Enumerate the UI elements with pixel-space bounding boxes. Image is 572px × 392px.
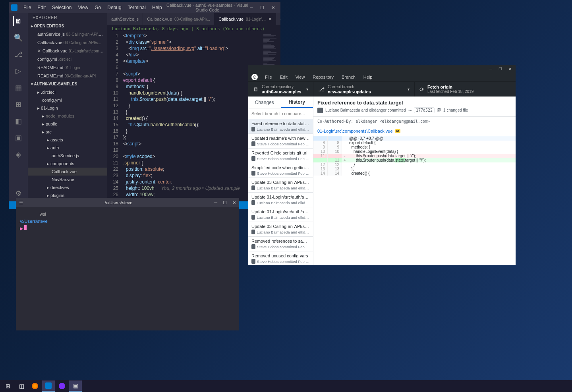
gitlens-blame: Luciano Balmaceda, 8 days ago | 3 author… [107, 25, 280, 33]
menu-view[interactable]: View [75, 3, 91, 12]
task-view-icon[interactable]: ◫ [15, 380, 28, 392]
menu-edit[interactable]: Edit [35, 3, 48, 12]
tab-history[interactable]: History [281, 97, 313, 108]
folder-item[interactable]: ▸ assets [28, 136, 107, 144]
open-editor[interactable]: Callback.vue 03-Calling-an-API\s... [28, 39, 107, 47]
vscode-taskbar-icon[interactable] [42, 380, 55, 392]
sync-icon: ⟳ [419, 86, 424, 93]
tab-changes[interactable]: Changes [248, 97, 281, 108]
minimize-icon[interactable]: ─ [489, 67, 492, 71]
commit-item[interactable]: Removed unused config varsSteve Hobbs co… [248, 251, 313, 265]
minimize-icon[interactable]: ─ [214, 200, 217, 205]
editor-tab[interactable]: Callback.vue03-Calling-an-API\... [143, 13, 214, 25]
branch-compare-search[interactable] [248, 108, 313, 119]
terminal-taskbar-icon[interactable]: ▣ [69, 380, 82, 392]
commit-item[interactable]: Update 03-Calling-an-API/src/auth/aut...… [248, 178, 313, 193]
search-icon[interactable]: 🔍 [14, 33, 23, 42]
ghd-menu-repository[interactable]: Repository [309, 74, 337, 80]
terminal-titlebar[interactable]: ☰ /c/Users/steve ─ ☐ ✕ [16, 198, 239, 207]
menu-help[interactable]: Help [149, 3, 165, 12]
hamburger-icon[interactable]: ☰ [19, 200, 23, 205]
commit-item[interactable]: Updated readme's with new configurati...… [248, 134, 313, 149]
editor-tab-active[interactable]: Callback.vue01-Login\...✕ [214, 13, 276, 25]
open-editor[interactable]: ✕Callback.vue 01-Login\src\compone... [28, 47, 107, 55]
commit-item[interactable]: Update 01-Login/src/auth/authService.jsL… [248, 207, 313, 222]
settings-gear-icon[interactable]: ⚙ [14, 189, 23, 198]
project-section[interactable]: ▾ AUTH0-VUE-SAMPLES [28, 80, 107, 88]
commit-sha[interactable]: 177d522 [414, 107, 435, 113]
commit-item[interactable]: Simplified code when getting callback t.… [248, 163, 313, 178]
firefox-icon[interactable] [29, 380, 41, 392]
open-editor[interactable]: README.md 01-Login [28, 64, 107, 72]
open-editor[interactable]: config.yml .circleci [28, 55, 107, 64]
editor-tabs: authService.js Callback.vue03-Calling-an… [107, 13, 280, 25]
menu-terminal[interactable]: Terminal [125, 3, 149, 12]
start-button[interactable]: ⊞ [2, 380, 14, 392]
open-editor[interactable]: authService.js 03-Calling-an-API\src... [28, 30, 107, 39]
vscode-titlebar[interactable]: File Edit Selection View Go Debug Termin… [9, 2, 280, 13]
commit-item[interactable]: Reverted Circle scripts git urlSteve Hob… [248, 149, 313, 163]
menu-go[interactable]: Go [92, 3, 104, 12]
docker-icon[interactable]: ◈ [14, 150, 23, 159]
sidebar: EXPLORER ▸ OPEN EDITORS authService.js 0… [28, 13, 107, 201]
folder-item[interactable]: ▸ public [28, 120, 107, 128]
remote-icon[interactable]: ⊞ [14, 100, 23, 109]
close-icon[interactable]: ✕ [268, 17, 272, 22]
explorer-icon[interactable]: 🗎 [13, 16, 23, 26]
commit-item[interactable]: Update 01-Login/src/auth/authService.jsL… [248, 193, 313, 207]
menu-debug[interactable]: Debug [104, 3, 124, 12]
source-control-icon[interactable]: ⎇ [14, 50, 23, 59]
ghd-menu-file[interactable]: File [262, 74, 275, 80]
ghd-menu-view[interactable]: View [292, 74, 308, 80]
search-input[interactable] [251, 111, 310, 116]
diff-file-header[interactable]: 01-Login\src\components\Callback.vue M [313, 126, 516, 136]
branch-selector[interactable]: ⎇ Current branchnew-sample-updates ▾ [313, 82, 415, 97]
ghd-menu-edit[interactable]: Edit [277, 74, 291, 80]
file-item[interactable]: authService.js [28, 152, 107, 160]
folder-item[interactable]: ▸ .circleci [28, 88, 107, 96]
editor-tab[interactable]: authService.js [107, 13, 143, 25]
branch-icon: ⎇ [318, 86, 325, 93]
folder-item[interactable]: ▸ src [28, 128, 107, 136]
fetch-button[interactable]: ⟳ Fetch originLast fetched Feb 18, 2019 [415, 82, 516, 97]
close-icon[interactable]: ✕ [508, 67, 512, 71]
file-item[interactable]: NavBar.vue [28, 176, 107, 183]
open-editor[interactable]: README.md 03-Calling-an-API [28, 72, 107, 80]
windows-taskbar[interactable]: ⊞ ◫ ▣ [0, 380, 572, 392]
folder-item[interactable]: ▸ 01-Login [28, 104, 107, 112]
app-icon[interactable] [56, 380, 68, 392]
commit-item[interactable]: Removed references to sample 02 from ...… [248, 237, 313, 251]
open-editors-section[interactable]: ▸ OPEN EDITORS [28, 22, 107, 30]
close-icon[interactable]: ✕ [271, 5, 275, 10]
maximize-icon[interactable]: ☐ [260, 5, 264, 10]
extensions-icon[interactable]: ▦ [14, 83, 23, 93]
minimize-icon[interactable]: ─ [250, 5, 253, 10]
commit-list[interactable]: Fixed reference to data.state.targetLuci… [248, 119, 313, 265]
terminal-icon[interactable]: ▣ [14, 133, 23, 143]
close-icon[interactable]: ✕ [232, 200, 236, 205]
folder-item[interactable]: ▸ auth [28, 144, 107, 152]
menu-file[interactable]: File [21, 3, 34, 12]
ghd-menu-help[interactable]: Help [360, 74, 376, 80]
terminal-wsl-label: wsl [40, 210, 235, 218]
diff-view[interactable]: @@ -8,7 +8,7 @@88 export default {99 met… [313, 136, 516, 265]
ghd-titlebar[interactable]: ─ ☐ ✕ [248, 65, 516, 73]
file-item[interactable]: Callback.vue [28, 168, 107, 176]
commit-item[interactable]: Fixed reference to data.state.targetLuci… [248, 119, 313, 134]
folder-item[interactable]: ▸ node_modules [28, 112, 107, 120]
file-item[interactable]: config.yml [28, 96, 107, 104]
folder-item[interactable]: ▸ components [28, 160, 107, 168]
editor-tab[interactable]: config.yml [276, 13, 280, 25]
maximize-icon[interactable]: ☐ [223, 200, 227, 205]
terminal-body[interactable]: wsl /c/Users/steve ▶ [16, 207, 239, 235]
debug-icon[interactable]: ▷ [14, 66, 23, 76]
menu-selection[interactable]: Selection [49, 3, 74, 12]
test-icon[interactable]: ◧ [14, 116, 23, 126]
ghd-menu-branch[interactable]: Branch [338, 74, 359, 80]
commit-item[interactable]: Update 03-Calling-an-API/src/auth/aut...… [248, 222, 313, 237]
repo-selector[interactable]: 🖥 Current repositoryauth0-vue-samples ▾ [248, 82, 313, 97]
folder-item[interactable]: ▸ directives [28, 183, 107, 191]
vscode-window: File Edit Selection View Go Debug Termin… [9, 2, 280, 209]
close-icon[interactable]: ✕ [37, 48, 41, 53]
maximize-icon[interactable]: ☐ [499, 67, 502, 71]
